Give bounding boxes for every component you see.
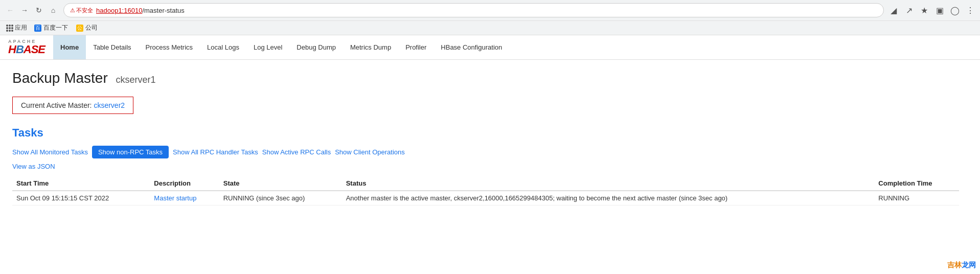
show-client-operations-button[interactable]: Show Client Operations: [335, 146, 405, 158]
back-button[interactable]: ←: [4, 4, 16, 16]
home-button[interactable]: ⌂: [47, 4, 59, 16]
bookmark-baidu[interactable]: 百 百度一下: [31, 22, 71, 33]
tab-home[interactable]: Home: [53, 35, 86, 59]
tab-process-metrics[interactable]: Process Metrics: [139, 35, 200, 59]
page-subtitle: ckserver1: [116, 75, 156, 85]
extension-icon[interactable]: ▣: [934, 5, 945, 16]
cell-start-time: Sun Oct 09 15:15:15 CST 2022: [12, 191, 150, 206]
nav-buttons: ← → ↻ ⌂: [4, 4, 59, 16]
baidu-label: 百度一下: [43, 24, 68, 32]
description-link[interactable]: Master startup: [154, 194, 196, 202]
forward-button[interactable]: →: [18, 4, 31, 16]
active-master-box: Current Active Master: ckserver2: [12, 97, 133, 114]
browser-actions: ◢ ↗ ★ ▣ ◯ ⋮: [888, 5, 976, 16]
show-active-rpc-calls-button[interactable]: Show Active RPC Calls: [262, 146, 331, 158]
bookmarks-bar: 应用 百 百度一下 公 公司: [0, 20, 980, 35]
grid-icon: [6, 25, 13, 32]
menu-icon[interactable]: ⋮: [965, 5, 976, 16]
logo-text: APACHE HBASE: [8, 39, 45, 55]
baidu-favicon: 百: [34, 25, 41, 32]
view-as-json-link[interactable]: View as JSON: [12, 163, 959, 170]
company-favicon: 公: [76, 25, 83, 32]
cell-description: Master startup: [150, 191, 219, 206]
bookmark-company[interactable]: 公 公司: [73, 22, 101, 33]
cell-state: RUNNING (since 3sec ago): [219, 191, 342, 206]
browser-chrome: ← → ↻ ⌂ ⚠ 不安全 hadoop1:16010/master-statu…: [0, 0, 980, 35]
tab-metrics-dump[interactable]: Metrics Dump: [343, 35, 398, 59]
security-warning: ⚠ 不安全: [70, 7, 93, 14]
col-start-time: Start Time: [12, 176, 150, 191]
address-bar[interactable]: ⚠ 不安全 hadoop1:16010/master-status: [63, 3, 884, 17]
tab-hbase-configuration[interactable]: HBase Configuration: [434, 35, 509, 59]
logo-hbase: HBASE: [8, 44, 45, 55]
col-state: State: [219, 176, 342, 191]
cell-status: Another master is the active master, cks…: [342, 191, 875, 206]
tasks-table: Start Time Description State Status Comp…: [12, 176, 959, 206]
tab-local-logs[interactable]: Local Logs: [200, 35, 246, 59]
cast-icon[interactable]: ◢: [888, 5, 899, 16]
share-icon[interactable]: ↗: [903, 5, 915, 16]
tasks-section-title: Tasks: [12, 126, 959, 140]
address-url: hadoop1:16010/master-status: [96, 7, 877, 14]
tab-debug-dump[interactable]: Debug Dump: [289, 35, 343, 59]
tab-log-level[interactable]: Log Level: [246, 35, 289, 59]
profile-icon[interactable]: ◯: [949, 5, 961, 16]
active-master-label: Current Active Master:: [21, 101, 92, 109]
col-description: Description: [150, 176, 219, 191]
apps-label: 应用: [15, 24, 27, 32]
apps-bookmark[interactable]: 应用: [4, 22, 29, 33]
company-label: 公司: [85, 24, 98, 32]
active-master-link[interactable]: ckserver2: [94, 101, 125, 109]
show-non-rpc-tasks-button[interactable]: Show non-RPC Tasks: [92, 146, 169, 158]
tasks-buttons: Show All Monitored Tasks Show non-RPC Ta…: [12, 146, 959, 158]
browser-toolbar: ← → ↻ ⌂ ⚠ 不安全 hadoop1:16010/master-statu…: [0, 0, 980, 20]
cell-completion-time: RUNNING: [874, 191, 959, 206]
table-row: Sun Oct 09 15:15:15 CST 2022 Master star…: [12, 191, 959, 206]
tasks-table-header: Start Time Description State Status Comp…: [12, 176, 959, 191]
page-title-main: Backup Master: [12, 70, 108, 86]
col-completion-time: Completion Time: [874, 176, 959, 191]
nav-tabs: Home Table Details Process Metrics Local…: [53, 35, 980, 59]
col-status: Status: [342, 176, 875, 191]
hbase-logo[interactable]: APACHE HBASE: [0, 35, 53, 59]
tasks-table-body: Sun Oct 09 15:15:15 CST 2022 Master star…: [12, 191, 959, 206]
refresh-button[interactable]: ↻: [33, 4, 45, 16]
hbase-navigation: APACHE HBASE Home Table Details Process …: [0, 35, 980, 60]
tab-table-details[interactable]: Table Details: [86, 35, 138, 59]
tab-profiler[interactable]: Profiler: [398, 35, 434, 59]
bookmark-icon[interactable]: ★: [919, 5, 930, 16]
page-title: Backup Master ckserver1: [12, 70, 959, 86]
show-all-monitored-tasks-button[interactable]: Show All Monitored Tasks: [12, 146, 88, 158]
page-content: Backup Master ckserver1 Current Active M…: [0, 60, 971, 216]
show-all-rpc-handler-tasks-button[interactable]: Show All RPC Handler Tasks: [173, 146, 258, 158]
